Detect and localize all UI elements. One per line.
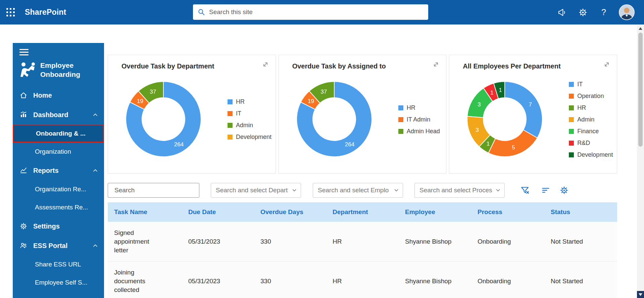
svg-text:1: 1 [487,141,490,147]
sidebar-menu-toggle[interactable] [19,49,29,55]
table-search-box[interactable] [108,183,199,198]
sidebar-item-label: Home [33,92,52,99]
legend-item[interactable]: Admin [228,122,271,129]
employee-filter-dropdown[interactable]: Search and select Emplo [313,183,403,198]
chart-legend: ITOperationHRAdminFinanceR&DDevelopment [569,74,613,165]
legend-label: IT Admin [407,116,431,123]
site-search-box[interactable] [193,4,428,20]
table-settings-button[interactable] [559,185,569,195]
legend-label: HR [577,104,586,111]
help-button[interactable]: ? [598,7,609,18]
table-row[interactable]: Signed appointment letter05/31/2023330HR… [108,222,617,261]
user-avatar[interactable] [619,4,635,20]
table-cell: 330 [254,237,326,246]
site-logo[interactable]: Employee Onboarding [13,55,104,79]
expand-icon[interactable] [432,60,440,68]
waffle-icon [6,8,15,16]
chevron-up-icon[interactable] [92,242,99,249]
donut-chart[interactable]: 7513311 [459,74,550,164]
sidebar-item-ess-portal[interactable]: ESS Portal [13,236,104,255]
table-cell: Signed appointment letter [108,229,182,255]
site-search-input[interactable] [209,8,424,16]
sidebar-item-assessments-reports[interactable]: Assessments Re... [13,198,104,216]
expand-icon[interactable] [603,60,611,68]
sidebar-item-home[interactable]: Home [13,86,104,105]
people-icon [19,242,28,250]
svg-text:19: 19 [308,98,314,104]
column-header[interactable]: Status [544,208,617,216]
sidebar-item-share-ess-url[interactable]: Share ESS URL [13,255,104,274]
svg-text:1: 1 [490,90,493,96]
chart-cards: Overdue Task by Department 2641937 HRITA… [108,55,617,173]
table-cell: HR [326,277,399,286]
legend-item[interactable]: Development [569,151,613,158]
sidebar-item-reports[interactable]: Reports [13,161,104,180]
column-header[interactable]: Due Date [182,208,254,216]
sidebar-item-organization-reports[interactable]: Organization Re... [13,180,104,198]
app-launcher-button[interactable] [0,0,21,24]
legend-swatch [228,99,233,104]
avatar-photo [620,5,634,19]
vertical-scrollbar[interactable] [637,24,644,298]
chevron-down-icon [291,187,297,193]
legend-item[interactable]: HR [398,104,440,111]
legend-item[interactable]: Admin Head [398,128,440,135]
dropdown-placeholder: Search and select Proces [419,187,495,194]
legend-label: Development [236,134,271,141]
column-header[interactable]: Task Name [108,208,182,216]
legend-item[interactable]: R&D [569,140,613,147]
legend-swatch [569,82,574,87]
legend-item[interactable]: HR [228,98,271,105]
table-row[interactable]: Joining documents collected05/31/2023330… [108,261,617,298]
sidebar-item-settings[interactable]: Settings [13,216,104,236]
column-header[interactable]: Employee [399,208,471,216]
sort-button[interactable] [541,185,551,195]
legend-swatch [228,123,233,128]
announcements-button[interactable] [556,7,568,18]
brand-title[interactable]: SharePoint [25,8,66,17]
legend-item[interactable]: Operation [569,93,613,100]
legend-item[interactable]: IT Admin [398,116,440,123]
scroll-up-arrow[interactable] [637,26,644,32]
legend-item[interactable]: Development [228,134,271,141]
legend-item[interactable]: IT [569,81,613,88]
column-header[interactable]: Overdue Days [254,208,326,216]
svg-text:3: 3 [478,101,481,108]
svg-text:3: 3 [476,127,479,133]
svg-text:7: 7 [529,101,532,108]
legend-item[interactable]: HR [569,104,613,111]
sidebar-item-employee-self-service[interactable]: Employee Self S... [13,274,104,292]
sidebar-item-organization[interactable]: Organization [13,143,104,161]
scroll-down-arrow[interactable] [637,291,644,298]
clear-filter-button[interactable] [520,185,530,195]
hamburger-icon [19,49,29,50]
table-body: Signed appointment letter05/31/2023330HR… [108,222,617,298]
reports-icon [19,166,28,175]
department-filter-dropdown[interactable]: Search and select Depart [211,183,301,198]
sidebar-item-dashboard[interactable]: Dashboard [13,105,104,125]
column-header[interactable]: Process [471,208,544,216]
column-header[interactable]: Department [326,208,399,216]
legend-label: Finance [577,128,599,135]
chevron-up-icon[interactable] [92,111,99,118]
legend-item[interactable]: Admin [569,116,613,123]
scrollbar-thumb[interactable] [638,33,643,147]
donut-chart[interactable]: 2641937 [118,74,209,164]
donut-chart[interactable]: 2641937 [289,74,380,164]
table-search-input[interactable] [114,187,197,194]
tasks-table: Task Name Due Date Overdue Days Departme… [108,202,617,298]
legend-item[interactable]: IT [228,110,271,117]
legend-item[interactable]: Finance [569,128,613,135]
legend-label: IT [577,81,583,88]
svg-text:1: 1 [499,87,502,93]
dropdown-placeholder: Search and select Emplo [318,187,393,194]
process-filter-dropdown[interactable]: Search and select Proces [414,183,505,198]
chevron-down-icon [393,187,399,193]
sidebar-item-onboarding[interactable]: Onboarding & ... [13,125,104,143]
legend-label: Operation [577,93,604,100]
legend-label: Admin [577,116,594,123]
expand-icon[interactable] [261,60,269,68]
chevron-up-icon[interactable] [92,167,99,174]
svg-text:37: 37 [320,89,327,95]
settings-button[interactable] [577,7,589,18]
